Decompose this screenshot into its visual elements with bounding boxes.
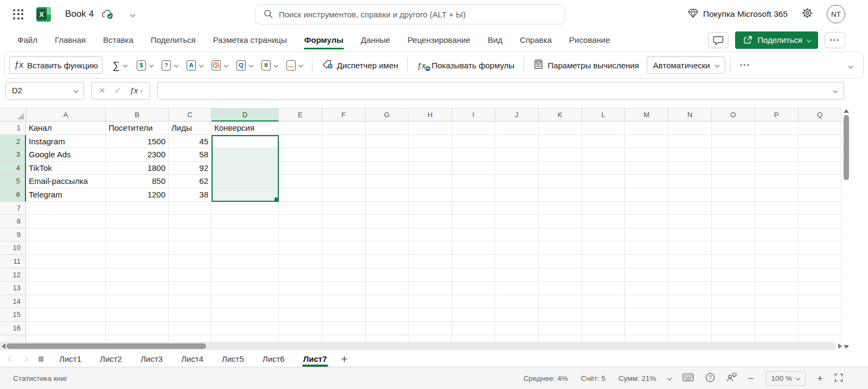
cell-J9[interactable] (495, 228, 539, 242)
cell-B14[interactable] (106, 295, 169, 309)
cell-N8[interactable] (668, 215, 712, 228)
fullscreen-icon[interactable] (834, 373, 843, 384)
cell-F11[interactable] (322, 255, 366, 269)
cell-Q17[interactable] (799, 335, 842, 342)
cell-M2[interactable] (625, 135, 668, 149)
cell-A15[interactable] (26, 308, 106, 322)
cell-B9[interactable] (106, 228, 169, 242)
cell-B6[interactable]: 1200 (106, 188, 169, 202)
zoom-level-dropdown[interactable]: 100 % (765, 371, 806, 386)
cell-B5[interactable]: 850 (106, 175, 169, 188)
cell-K11[interactable] (539, 255, 582, 269)
column-header-M[interactable]: M (625, 108, 668, 122)
cell-M15[interactable] (625, 308, 668, 322)
cell-F10[interactable] (322, 241, 366, 255)
cell-E8[interactable] (279, 215, 322, 228)
menubar-more-button[interactable]: ··· (825, 32, 845, 48)
column-header-Q[interactable]: Q (799, 108, 842, 122)
cell-E17[interactable] (279, 335, 322, 342)
cell-O1[interactable] (712, 122, 755, 135)
cell-F17[interactable] (322, 335, 366, 342)
column-header-F[interactable]: F (322, 108, 366, 122)
cell-B1[interactable]: Посетители (106, 122, 169, 135)
cell-M14[interactable] (625, 295, 668, 309)
column-header-O[interactable]: O (712, 108, 755, 122)
cell-C6[interactable]: 38 (169, 188, 212, 202)
cell-M13[interactable] (625, 282, 668, 295)
cell-O15[interactable] (712, 308, 755, 322)
cell-E3[interactable] (279, 148, 322, 162)
cell-N13[interactable] (668, 282, 712, 295)
cell-F14[interactable] (322, 295, 366, 309)
cell-K3[interactable] (539, 148, 582, 162)
cell-H16[interactable] (409, 322, 452, 335)
cell-P6[interactable] (755, 188, 799, 202)
cell-E12[interactable] (279, 269, 322, 282)
cell-P8[interactable] (755, 215, 799, 228)
cell-Q10[interactable] (799, 241, 842, 255)
cell-P17[interactable] (755, 335, 799, 342)
cell-D14[interactable] (212, 295, 279, 309)
cell-M9[interactable] (625, 228, 668, 242)
row-header-13[interactable]: 13 (0, 282, 26, 295)
cell-Q6[interactable] (799, 188, 842, 202)
zoom-out-button[interactable]: − (748, 373, 754, 384)
cell-M17[interactable] (625, 335, 668, 342)
cell-B8[interactable] (106, 215, 169, 228)
cell-B16[interactable] (106, 322, 169, 335)
cell-H10[interactable] (409, 241, 452, 255)
cell-I12[interactable] (452, 269, 495, 282)
cell-F8[interactable] (322, 215, 366, 228)
row-header-1[interactable]: 1 (0, 122, 26, 135)
vertical-scrollbar[interactable] (843, 108, 850, 349)
formula-input[interactable] (157, 82, 844, 100)
scroll-down-arrow[interactable] (844, 345, 849, 349)
cell-A16[interactable] (26, 322, 106, 335)
lookup-functions-button[interactable]: Q (232, 57, 257, 74)
zoom-in-button[interactable]: + (817, 373, 823, 384)
cell-D15[interactable] (212, 308, 279, 322)
cell-P10[interactable] (755, 241, 799, 255)
cell-A2[interactable]: Instagram (26, 135, 106, 149)
cell-N3[interactable] (668, 148, 712, 162)
financial-functions-button[interactable]: $ (132, 57, 157, 74)
excel-logo-icon[interactable]: X (36, 7, 51, 22)
cell-O5[interactable] (712, 175, 755, 188)
cell-D2[interactable] (212, 135, 279, 149)
cell-H11[interactable] (409, 255, 452, 269)
menu-tab-review[interactable]: Рецензирование (403, 32, 475, 48)
cell-K5[interactable] (539, 175, 582, 188)
cell-L4[interactable] (582, 162, 626, 175)
row-header-7[interactable]: 7 (0, 202, 26, 215)
cell-L17[interactable] (582, 335, 626, 342)
cell-N17[interactable] (668, 335, 712, 342)
collapse-ribbon-button[interactable] (843, 56, 859, 74)
column-header-D[interactable]: D (212, 108, 279, 122)
cell-E5[interactable] (279, 175, 322, 188)
cell-L3[interactable] (582, 148, 626, 162)
cell-B4[interactable]: 1800 (106, 162, 169, 175)
cell-I8[interactable] (452, 215, 495, 228)
cell-A3[interactable]: Google Ads (26, 148, 106, 162)
cell-A7[interactable] (26, 202, 106, 215)
cell-I10[interactable] (452, 241, 495, 255)
cell-E16[interactable] (279, 322, 322, 335)
cell-K14[interactable] (539, 295, 582, 309)
column-header-A[interactable]: A (26, 108, 106, 122)
menu-tab-share[interactable]: Поделиться (146, 32, 200, 48)
cell-H9[interactable] (409, 228, 452, 242)
column-header-L[interactable]: L (582, 108, 626, 122)
cell-P9[interactable] (755, 228, 799, 242)
cell-O13[interactable] (712, 282, 755, 295)
cell-Q13[interactable] (799, 282, 842, 295)
cell-H6[interactable] (409, 188, 452, 202)
cell-F4[interactable] (322, 162, 366, 175)
cell-I3[interactable] (452, 148, 495, 162)
cell-M6[interactable] (625, 188, 668, 202)
cell-G16[interactable] (366, 322, 409, 335)
cell-P14[interactable] (755, 295, 799, 309)
horizontal-scroll-thumb[interactable] (7, 343, 206, 349)
cell-P3[interactable] (755, 148, 799, 162)
cell-F3[interactable] (322, 148, 366, 162)
cell-N16[interactable] (668, 322, 712, 335)
